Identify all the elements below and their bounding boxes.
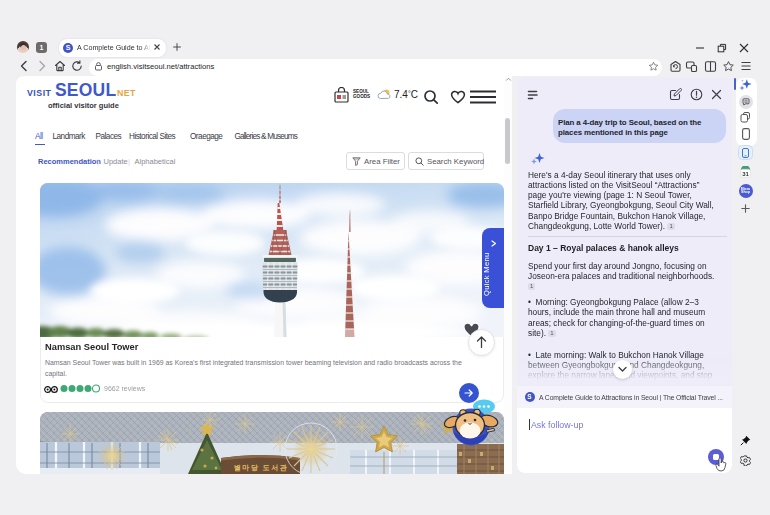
svg-text:별마당 도서관: 별마당 도서관 bbox=[234, 464, 288, 472]
svg-text:31: 31 bbox=[742, 171, 749, 177]
